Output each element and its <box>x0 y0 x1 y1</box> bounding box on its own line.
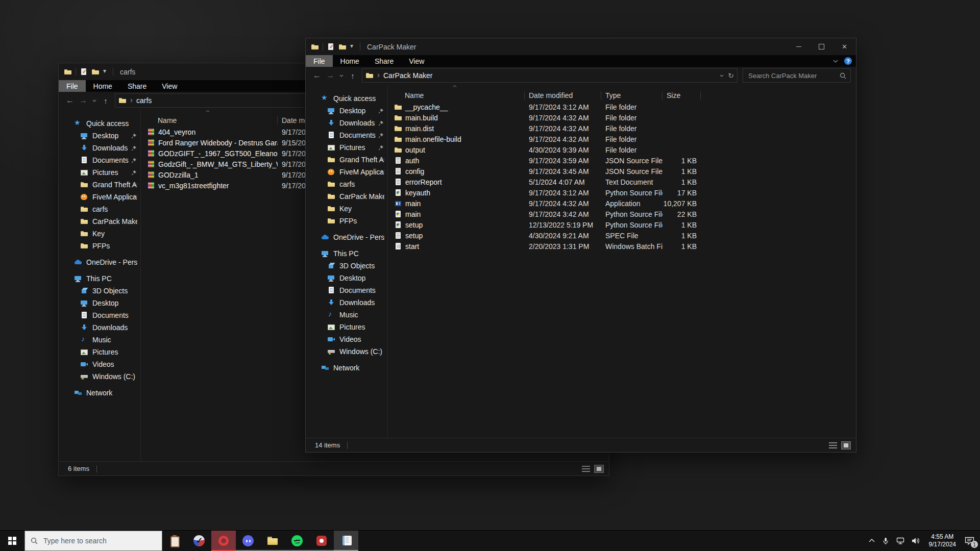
file-row-errorreport[interactable]: errorReport 5/1/2024 4:07 AM Text Docume… <box>388 177 856 187</box>
tab-share[interactable]: Share <box>367 55 401 67</box>
refresh-icon[interactable]: ↻ <box>728 71 734 80</box>
microphone-icon[interactable] <box>879 531 892 551</box>
sidebar-item-network[interactable]: Network <box>306 362 387 374</box>
column-header-type[interactable]: Type <box>601 91 663 99</box>
sidebar-item-desktop[interactable]: Desktop <box>306 105 387 117</box>
sidebar-item-desktop[interactable]: Desktop <box>306 272 387 284</box>
sidebar-item-onedrive-personal[interactable]: OneDrive - Personal <box>306 231 387 243</box>
sidebar-item-videos[interactable]: Videos <box>59 358 140 370</box>
tab-file[interactable]: File <box>59 80 86 92</box>
taskbar-search-input[interactable] <box>42 536 156 545</box>
forward-icon[interactable]: → <box>77 96 89 105</box>
help-icon[interactable]: ? <box>844 57 852 65</box>
properties-qat-icon[interactable] <box>327 43 335 51</box>
taskbar-app-medal[interactable] <box>309 531 334 551</box>
up-icon[interactable]: ↑ <box>347 72 359 80</box>
sidebar-item-this-pc[interactable]: This PC <box>306 247 387 260</box>
sidebar-item-windows-c[interactable]: Windows (C:) <box>59 370 140 383</box>
sidebar-item-pictures[interactable]: Pictures <box>59 166 140 179</box>
sidebar-item-documents[interactable]: Documents <box>306 129 387 141</box>
tab-home[interactable]: Home <box>86 80 120 92</box>
sidebar-item-this-pc[interactable]: This PC <box>59 272 140 285</box>
sidebar-item-downloads[interactable]: Downloads <box>59 321 140 334</box>
sidebar-item-music[interactable]: Music <box>59 334 140 346</box>
taskbar-app-clipboard[interactable] <box>162 531 187 551</box>
start-button[interactable] <box>0 531 24 551</box>
tab-view[interactable]: View <box>401 55 432 67</box>
network-icon[interactable] <box>894 531 907 551</box>
sidebar-item-pfps[interactable]: PFPs <box>306 215 387 227</box>
sidebar-item-downloads[interactable]: Downloads <box>306 296 387 309</box>
file-row-keyauth[interactable]: keyauth 9/17/2024 3:12 AM Python Source … <box>388 187 856 198</box>
taskbar-app-notepad[interactable] <box>334 531 358 551</box>
sidebar-item-music[interactable]: Music <box>306 309 387 321</box>
sidebar-item-fivem-application[interactable]: FiveM Application <box>306 166 387 178</box>
file-row-main[interactable]: main 9/17/2024 3:42 AM Python Source Fil… <box>388 209 856 219</box>
sidebar-item-documents[interactable]: Documents <box>59 154 140 166</box>
sidebar-item-videos[interactable]: Videos <box>306 333 387 345</box>
sidebar-item-pictures[interactable]: Pictures <box>59 346 140 358</box>
file-row-main-onefile-build[interactable]: main.onefile-build 9/17/2024 4:32 AM Fil… <box>388 134 856 144</box>
sidebar-item-fivem-application[interactable]: FiveM Application <box>59 191 140 203</box>
file-row-pycache[interactable]: __pycache__ 9/17/2024 3:12 AM File folde… <box>388 102 856 112</box>
sidebar-item-key[interactable]: Key <box>306 203 387 215</box>
sidebar-item-3d-objects[interactable]: 3D Objects <box>59 285 140 297</box>
sidebar-item-carfs[interactable]: carfs <box>59 203 140 215</box>
up-icon[interactable]: ↑ <box>100 97 112 105</box>
search-input[interactable] <box>747 71 840 80</box>
file-row-main[interactable]: main 9/17/2024 4:32 AM Application 10,20… <box>388 198 856 209</box>
file-row-setup[interactable]: setup 4/30/2024 9:21 AM SPEC File 1 KB <box>388 230 856 241</box>
back-icon[interactable]: ← <box>64 96 76 105</box>
tray-overflow-chevron-icon[interactable] <box>866 531 877 551</box>
tab-home[interactable]: Home <box>333 55 367 67</box>
thumbnails-view-icon[interactable] <box>841 441 851 449</box>
sidebar-item-desktop[interactable]: Desktop <box>59 130 140 142</box>
qat-customize-icon[interactable] <box>103 68 109 76</box>
thumbnails-view-icon[interactable] <box>594 465 604 473</box>
taskbar-app-flag-check[interactable] <box>187 531 211 551</box>
taskbar-search[interactable] <box>24 531 162 551</box>
sidebar-item-pictures[interactable]: Pictures <box>306 141 387 154</box>
sidebar-item-carfs[interactable]: carfs <box>306 178 387 190</box>
sidebar-item-pfps[interactable]: PFPs <box>59 240 140 252</box>
file-row-config[interactable]: config 9/17/2024 3:45 AM JSON Source Fil… <box>388 166 856 177</box>
file-row-main-build[interactable]: main.build 9/17/2024 4:32 AM File folder <box>388 112 856 123</box>
taskbar-app-file-explorer[interactable] <box>260 531 285 551</box>
close-button[interactable]: ✕ <box>833 38 856 55</box>
search-box[interactable] <box>743 68 851 83</box>
action-center-icon[interactable]: 1 <box>962 531 977 551</box>
column-header-date[interactable]: Date modified <box>525 91 601 99</box>
file-row-start[interactable]: start 2/20/2023 1:31 PM Windows Batch Fi… <box>388 241 856 252</box>
tab-view[interactable]: View <box>154 80 185 92</box>
forward-icon[interactable]: → <box>324 71 336 80</box>
breadcrumb[interactable]: carfs <box>136 96 152 105</box>
breadcrumb[interactable]: CarPack Maker <box>383 71 432 80</box>
minimize-button[interactable] <box>787 38 810 55</box>
address-dropdown-icon[interactable] <box>720 74 724 77</box>
file-row-auth[interactable]: auth 9/17/2024 3:59 AM JSON Source File … <box>388 155 856 166</box>
taskbar-clock[interactable]: 4:55 AM 9/17/2024 <box>925 533 960 548</box>
sidebar-item-desktop[interactable]: Desktop <box>59 297 140 309</box>
sidebar-item-quick-access[interactable]: Quick access <box>59 117 140 130</box>
search-icon[interactable] <box>840 72 846 79</box>
column-header-name[interactable]: Name <box>141 116 278 124</box>
maximize-button[interactable] <box>810 38 833 55</box>
column-header-size[interactable]: Size <box>663 91 701 99</box>
sidebar-item-carpack-maker[interactable]: CarPack Maker <box>59 215 140 228</box>
new-folder-qat-icon[interactable] <box>338 43 347 51</box>
sidebar-item-documents[interactable]: Documents <box>306 284 387 296</box>
sidebar-item-windows-c[interactable]: Windows (C:) <box>306 345 387 358</box>
recent-locations-icon[interactable] <box>90 99 99 102</box>
file-row-setup[interactable]: setup 12/13/2022 5:19 PM Python Source F… <box>388 219 856 230</box>
sidebar-item-carpack-maker[interactable]: CarPack Maker <box>306 190 387 203</box>
sidebar-item-key[interactable]: Key <box>59 228 140 240</box>
volume-icon[interactable] <box>909 531 923 551</box>
sidebar-item-network[interactable]: Network <box>59 387 140 399</box>
details-view-icon[interactable] <box>829 442 837 448</box>
file-row-output[interactable]: output 4/30/2024 9:39 AM File folder <box>388 144 856 155</box>
sidebar-item-grand-theft-auto[interactable]: Grand Theft Auto <box>59 179 140 191</box>
taskbar-app-discord[interactable] <box>236 531 260 551</box>
column-header-name[interactable]: Name <box>388 91 525 99</box>
tab-file[interactable]: File <box>306 55 333 67</box>
properties-qat-icon[interactable] <box>80 68 88 76</box>
